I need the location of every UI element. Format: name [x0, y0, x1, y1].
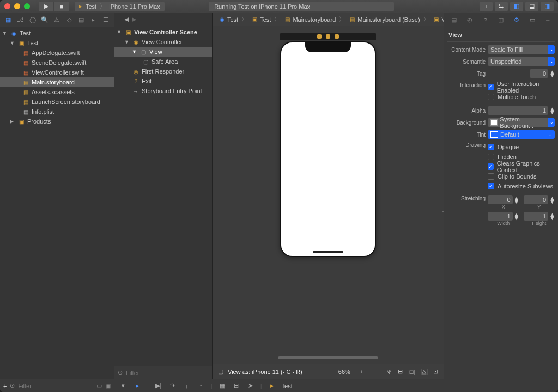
stop-button[interactable]: ■: [54, 2, 69, 11]
first-responder-row[interactable]: ◎ First Responder: [114, 66, 212, 76]
process-name[interactable]: Test: [282, 383, 293, 389]
report-navigator-tab[interactable]: ☰: [102, 16, 110, 24]
embed-button[interactable]: ⊡: [433, 368, 438, 375]
zoom-out-button[interactable]: −: [322, 367, 332, 377]
code-review-button[interactable]: ⇆: [495, 2, 508, 11]
outline-tree[interactable]: ▼▣ View Controller Scene ▼◉ View Control…: [114, 26, 212, 366]
stretch-h-stepper[interactable]: ▲▼: [549, 212, 555, 220]
test-navigator-tab[interactable]: ◇: [65, 16, 73, 24]
outline-forward-button[interactable]: ▶: [132, 16, 136, 23]
scm-filter-button[interactable]: ▣: [105, 382, 111, 389]
entry-point-row[interactable]: → Storyboard Entry Point: [114, 86, 212, 96]
identity-inspector-tab[interactable]: ◫: [497, 16, 505, 24]
vc-dock-icon[interactable]: [317, 34, 322, 39]
step-over-button[interactable]: ↷: [168, 382, 177, 389]
exit-dock-icon[interactable]: [335, 34, 339, 39]
align-button[interactable]: ⊟: [398, 368, 403, 375]
file-row[interactable]: ▤Assets.xcassets: [0, 87, 114, 97]
semantic-popup[interactable]: Unspecified: [488, 57, 555, 66]
tag-stepper[interactable]: ▲▼: [549, 69, 555, 78]
clip-bounds-checkbox[interactable]: [488, 173, 494, 180]
multiple-touch-checkbox[interactable]: [488, 94, 494, 100]
first-responder-dock-icon[interactable]: [326, 34, 330, 39]
stretch-y-stepper[interactable]: ▲▼: [549, 195, 555, 204]
continue-button[interactable]: ▶|: [154, 382, 163, 389]
stretch-w-field[interactable]: 1: [488, 212, 513, 220]
find-navigator-tab[interactable]: 🔍: [41, 16, 48, 24]
tag-field[interactable]: 0: [530, 69, 548, 78]
history-inspector-tab[interactable]: ◴: [466, 16, 474, 24]
file-row[interactable]: ▤Main.storyboard: [0, 77, 114, 87]
file-row[interactable]: ▤ViewController.swift: [0, 68, 114, 77]
products-folder-row[interactable]: ▶▣ Products: [0, 117, 114, 126]
toggle-navigator-button[interactable]: ◧: [510, 2, 523, 11]
help-inspector-tab[interactable]: ?: [482, 16, 489, 24]
file-row[interactable]: ▤LaunchScreen.storyboard: [0, 97, 114, 107]
background-popup[interactable]: System Backgroun...: [488, 118, 555, 127]
stretch-x-stepper[interactable]: ▲▼: [514, 195, 519, 204]
stretch-h-field[interactable]: 1: [524, 212, 549, 220]
scene-dock[interactable]: [280, 33, 376, 40]
stretch-w-stepper[interactable]: ▲▼: [514, 212, 519, 220]
tint-popup[interactable]: Default: [488, 130, 555, 139]
target-folder-row[interactable]: ▼▣ Test: [0, 38, 114, 48]
navigator-filter-input[interactable]: [18, 383, 93, 389]
issue-navigator-tab[interactable]: ⚠: [53, 16, 60, 24]
view-row[interactable]: ▼▢ View: [114, 47, 212, 57]
run-button[interactable]: ▶: [39, 2, 54, 11]
project-navigator-tab[interactable]: ▦: [4, 16, 12, 24]
simulate-location-button[interactable]: ➤: [246, 382, 255, 389]
attributes-inspector-tab[interactable]: ⚙: [513, 16, 520, 24]
debug-navigator-tab[interactable]: ▤: [77, 16, 85, 24]
step-out-button[interactable]: ↑: [197, 383, 205, 389]
autoresize-checkbox[interactable]: ✓: [488, 183, 494, 189]
debug-memory-button[interactable]: ⊞: [232, 382, 241, 389]
add-button[interactable]: +: [3, 383, 7, 389]
stretch-y-field[interactable]: 0: [524, 195, 549, 204]
file-row[interactable]: ▤AppDelegate.swift: [0, 48, 114, 58]
content-mode-popup[interactable]: Scale To Fill: [488, 45, 555, 54]
device-frame[interactable]: [280, 41, 376, 257]
step-into-button[interactable]: ↓: [183, 383, 191, 389]
scheme-selector[interactable]: ▸ Test 〉 iPhone 11 Pro Max: [75, 2, 165, 11]
file-row[interactable]: ▤Info.plist: [0, 107, 114, 117]
toggle-debug-area-button[interactable]: ⬓: [525, 2, 538, 11]
hidden-checkbox[interactable]: [488, 154, 494, 160]
toggle-inspector-button[interactable]: ◨: [541, 2, 554, 11]
alpha-field[interactable]: 1: [488, 106, 548, 115]
ib-canvas[interactable]: →: [213, 26, 444, 364]
file-row[interactable]: ▤SceneDelegate.swift: [0, 58, 114, 68]
outline-filter-input[interactable]: [126, 370, 209, 376]
size-inspector-tab[interactable]: ▭: [529, 16, 536, 24]
zoom-in-button[interactable]: +: [357, 367, 367, 377]
outline-toggle-icon[interactable]: ≡: [118, 16, 121, 23]
close-window-button[interactable]: [4, 3, 10, 9]
zoom-window-button[interactable]: [24, 3, 30, 9]
device-config-button[interactable]: ▢: [218, 368, 223, 375]
hide-debug-button[interactable]: ▾: [119, 382, 128, 389]
view-controller-row[interactable]: ▼◉ View Controller: [114, 37, 212, 47]
user-interaction-checkbox[interactable]: ✓: [488, 84, 494, 90]
breakpoint-navigator-tab[interactable]: ▸: [89, 16, 97, 24]
resolve-issues-button[interactable]: |△|: [420, 368, 428, 375]
scene-row[interactable]: ▼▣ View Controller Scene: [114, 27, 212, 37]
debug-view-button[interactable]: ▦: [218, 382, 227, 389]
clears-context-checkbox[interactable]: ✓: [488, 163, 494, 170]
minimize-window-button[interactable]: [14, 3, 20, 9]
safe-area-row[interactable]: ▢ Safe Area: [114, 57, 212, 66]
alpha-stepper[interactable]: ▲▼: [549, 106, 555, 115]
pin-button[interactable]: |□|: [408, 369, 415, 375]
outline-back-button[interactable]: ◀: [124, 16, 129, 23]
file-inspector-tab[interactable]: ▤: [450, 16, 458, 24]
constraints-filter-icon[interactable]: ⩛: [386, 369, 392, 375]
opaque-checkbox[interactable]: ✓: [488, 144, 494, 150]
zoom-level[interactable]: 66%: [338, 369, 350, 375]
project-row[interactable]: ▼◉ Test: [0, 28, 114, 38]
stretch-x-field[interactable]: 0: [488, 195, 513, 204]
recent-filter-button[interactable]: ▭: [96, 382, 102, 389]
jump-bar[interactable]: ◉Test〉 ▣Test〉 ▤Main.storyboard〉 ▤Main.st…: [213, 13, 444, 26]
library-button[interactable]: +: [480, 2, 493, 11]
canvas-scrollbar[interactable]: [278, 356, 378, 359]
source-control-navigator-tab[interactable]: ⎇: [16, 16, 24, 24]
project-tree[interactable]: ▼◉ Test ▼▣ Test ▤AppDelegate.swift▤Scene…: [0, 27, 114, 379]
